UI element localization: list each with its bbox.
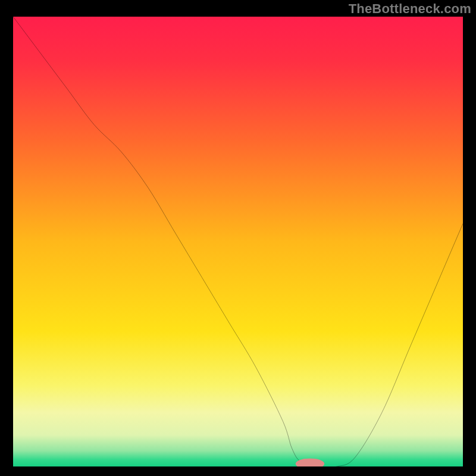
chart-frame: TheBottleneck.com bbox=[0, 0, 476, 476]
plot-background bbox=[13, 17, 463, 466]
watermark-label: TheBottleneck.com bbox=[349, 1, 471, 17]
bottleneck-chart bbox=[13, 17, 463, 466]
